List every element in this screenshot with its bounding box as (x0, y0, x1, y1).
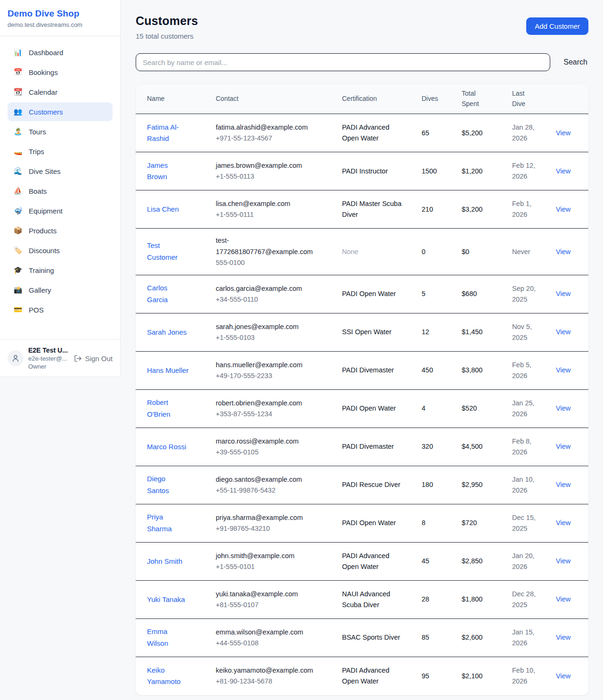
view-link[interactable]: View (556, 248, 570, 255)
sidebar-item-label: Products (29, 227, 57, 235)
view-link[interactable]: View (556, 129, 570, 137)
table-row: Diego Santosdiego.santos@example.com+55-… (136, 466, 588, 504)
action-cell: View (556, 159, 577, 183)
total-spent-cell: $4,500 (462, 435, 512, 459)
contact-cell: sarah.jones@example.com+1-555-0103 (216, 315, 342, 350)
sidebar-item-customers[interactable]: 👥Customers (8, 102, 113, 121)
total-spent-cell: $3,200 (462, 198, 512, 222)
customer-email: diego.santos@example.com (216, 474, 316, 485)
certification-cell: PADI Divemaster (342, 435, 404, 459)
sidebar-item-label: POS (29, 306, 44, 314)
customer-email: keiko.yamamoto@example.com (216, 665, 316, 676)
contact-cell: test-1772681807767@example.com555-0100 (216, 229, 342, 275)
sidebar-item-dive-sites[interactable]: 🌊Dive Sites (8, 162, 113, 181)
total-spent-cell: $520 (462, 396, 512, 420)
main-content: Customers 15 total customers Add Custome… (121, 0, 603, 700)
search-input[interactable] (136, 53, 550, 71)
sidebar-item-dashboard[interactable]: 📊Dashboard (8, 43, 113, 62)
view-link[interactable]: View (556, 519, 570, 527)
sidebar-item-products[interactable]: 📦Products (8, 221, 113, 240)
customer-name-link[interactable]: Yuki Tanaka (147, 587, 189, 612)
view-link[interactable]: View (556, 557, 570, 565)
sidebar-item-boats[interactable]: ⛵Boats (8, 181, 113, 200)
trips-icon: 🚤 (13, 147, 23, 156)
contact-cell: robert.obrien@example.com+353-87-555-123… (216, 391, 342, 426)
sidebar-item-label: Dive Sites (29, 167, 61, 175)
customer-name-link[interactable]: Keiko Yamamoto (147, 658, 189, 695)
view-link[interactable]: View (556, 595, 570, 603)
sign-out-label: Sign Out (85, 354, 113, 362)
sidebar-item-label: Training (29, 266, 54, 274)
last-dive-cell: Jan 28, 2026 (512, 115, 545, 150)
sidebar-header: Demo Dive Shop demo.test.divestreams.com (0, 0, 120, 36)
customer-name-link[interactable]: John Smith (147, 549, 189, 574)
table-row: James Brownjames.brown@example.com+1-555… (136, 152, 588, 190)
sidebar-item-calendar[interactable]: 📆Calendar (8, 82, 113, 101)
sidebar-item-equipment[interactable]: 🤿Equipment (8, 201, 113, 220)
sidebar-item-tours[interactable]: 🏝️Tours (8, 122, 113, 141)
view-link[interactable]: View (556, 404, 570, 412)
sidebar-item-gallery[interactable]: 📸Gallery (8, 280, 113, 299)
view-link[interactable]: View (556, 672, 570, 680)
sidebar-item-label: Customers (29, 108, 63, 116)
user-icon (11, 354, 20, 362)
dives-cell: 320 (422, 435, 462, 459)
sidebar-item-pos[interactable]: 💳POS (8, 300, 113, 319)
customer-name-link[interactable]: Fatima Al-Rashid (147, 115, 189, 152)
dives-cell: 180 (422, 473, 462, 497)
customer-name-link[interactable]: Robert O'Brien (147, 390, 189, 427)
page-header: Customers 15 total customers Add Custome… (136, 14, 588, 40)
view-link[interactable]: View (556, 443, 570, 450)
boats-icon: ⛵ (13, 187, 23, 195)
search-button[interactable]: Search (562, 56, 588, 68)
view-link[interactable]: View (556, 290, 570, 297)
table-row: Lisa Chenlisa.chen@example.com+1-555-011… (136, 190, 588, 229)
column-header-actions (556, 94, 577, 104)
table-row: Sarah Jonessarah.jones@example.com+1-555… (136, 313, 588, 352)
tours-icon: 🏝️ (13, 127, 23, 136)
last-dive-cell: Feb 12, 2026 (512, 154, 545, 189)
certification-cell: PADI Open Water (342, 396, 404, 420)
last-dive-cell: Feb 10, 2026 (512, 659, 545, 693)
discounts-icon: 🏷️ (13, 246, 23, 255)
customer-name-link[interactable]: Marco Rossi (147, 435, 189, 460)
customer-name-link[interactable]: Diego Santos (147, 467, 189, 503)
view-link[interactable]: View (556, 634, 570, 641)
customer-name-link[interactable]: James Brown (147, 153, 189, 190)
training-icon: 🎓 (13, 266, 23, 274)
sidebar-item-trips[interactable]: 🚤Trips (8, 142, 113, 161)
dives-cell: 65 (422, 121, 462, 145)
view-link[interactable]: View (556, 366, 570, 374)
view-link[interactable]: View (556, 481, 570, 488)
sidebar: Demo Dive Shop demo.test.divestreams.com… (0, 0, 121, 377)
sidebar-item-training[interactable]: 🎓Training (8, 261, 113, 280)
table-body: Fatima Al-Rashidfatima.alrashid@example.… (136, 114, 588, 695)
dashboard-icon: 📊 (13, 48, 23, 57)
customer-name-link[interactable]: Sarah Jones (147, 320, 189, 345)
total-spent-cell: $1,450 (462, 320, 512, 344)
customer-name-link[interactable]: Priya Sharma (147, 505, 189, 542)
table-header-row: NameContactCertificationDivesTotal Spent… (136, 84, 588, 114)
certification-cell: NAUI Advanced Scuba Diver (342, 582, 404, 617)
page-title: Customers (136, 14, 198, 28)
sidebar-item-bookings[interactable]: 📅Bookings (8, 63, 113, 82)
view-link[interactable]: View (556, 328, 570, 336)
action-cell: View (556, 358, 577, 382)
customer-name-link[interactable]: Test Customer (147, 233, 189, 270)
customer-phone: +1-555-0113 (216, 171, 342, 182)
dives-cell: 5 (422, 282, 462, 306)
customer-email: priya.sharma@example.com (216, 512, 316, 523)
customer-email: robert.obrien@example.com (216, 398, 316, 409)
view-link[interactable]: View (556, 206, 570, 213)
customer-name-link[interactable]: Hans Mueller (147, 358, 189, 383)
dives-cell: 8 (422, 511, 462, 535)
sign-out-button[interactable]: Sign Out (74, 354, 113, 362)
add-customer-button[interactable]: Add Customer (526, 17, 588, 35)
customer-name-link[interactable]: Carlos Garcia (147, 276, 189, 313)
sidebar-item-discounts[interactable]: 🏷️Discounts (8, 241, 113, 260)
customer-name-link[interactable]: Lisa Chen (147, 197, 189, 222)
customer-name-link[interactable]: Emma Wilson (147, 619, 189, 656)
view-link[interactable]: View (556, 167, 570, 175)
dives-cell: 4 (422, 396, 462, 420)
last-dive-cell: Jan 10, 2026 (512, 468, 545, 502)
